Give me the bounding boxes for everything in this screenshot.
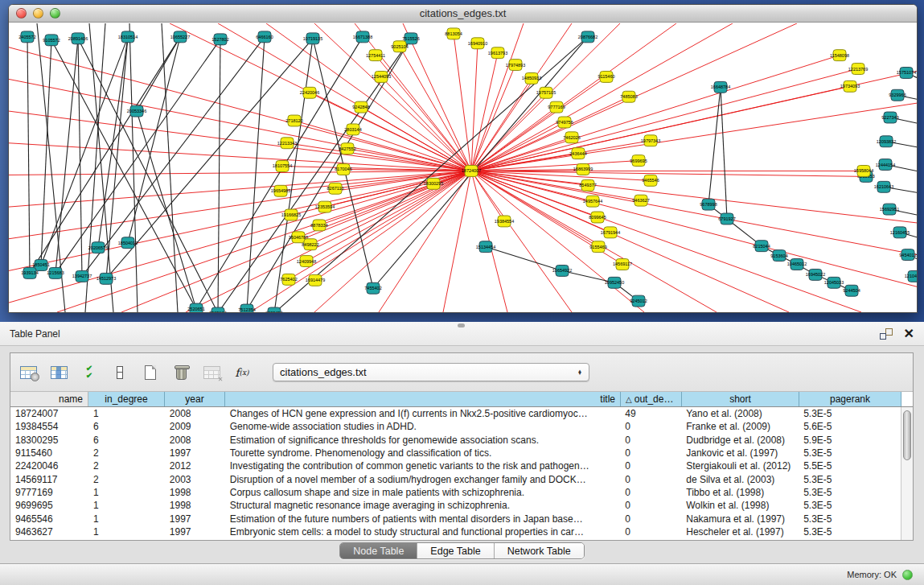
graph-edge[interactable] <box>9 111 471 171</box>
table-cell[interactable]: 2008 <box>165 407 225 420</box>
table-cell[interactable]: 5.3E-5 <box>799 512 901 525</box>
table-row[interactable]: 911546021997Tourette syndrome. Phenomeno… <box>10 447 901 459</box>
graph-node[interactable]: 8549377 <box>579 179 596 191</box>
graph-node[interactable]: 7455402 <box>364 282 381 294</box>
float-window-icon[interactable] <box>880 328 893 340</box>
graph-node[interactable]: 9155469 <box>589 241 606 253</box>
show-columns-icon[interactable] <box>49 364 68 381</box>
graph-node[interactable]: 12213343 <box>277 138 297 149</box>
graph-node[interactable]: 20891406 <box>68 33 88 44</box>
table-row[interactable]: 1872400712008Changes of HCN gene express… <box>10 407 901 420</box>
graph-node[interactable]: 15692951 <box>880 204 899 215</box>
graph-node[interactable]: 9777169 <box>548 101 565 113</box>
graph-edge[interactable] <box>9 171 471 270</box>
graph-node[interactable]: 9153604 <box>770 250 787 262</box>
graph-node[interactable]: 14957644 <box>583 196 602 207</box>
table-cell[interactable]: 6 <box>88 420 165 433</box>
graph-edge[interactable] <box>85 23 105 312</box>
table-cell[interactable]: Estimation of significance thresholds fo… <box>225 434 621 447</box>
table-cell[interactable]: Nakamura et al. (1997) <box>681 512 799 525</box>
graph-node[interactable]: 14512973 <box>97 273 116 284</box>
graph-node[interactable]: 15134454 <box>476 241 495 253</box>
table-cell[interactable]: 5.5E-5 <box>799 459 901 472</box>
table-cell[interactable]: 0 <box>620 420 681 433</box>
graph-edge[interactable] <box>274 39 313 312</box>
graph-node[interactable]: 17974893 <box>506 60 525 71</box>
new-column-icon[interactable] <box>141 364 160 381</box>
graph-edge[interactable] <box>78 39 218 312</box>
graph-node[interactable]: 16671388 <box>353 31 372 43</box>
vertical-scrollbar[interactable] <box>901 407 913 540</box>
graph-edge[interactable] <box>129 23 138 312</box>
graph-node[interactable]: 10719135 <box>303 33 322 44</box>
graph-edge[interactable] <box>471 171 644 312</box>
table-cell[interactable]: 2009 <box>165 420 225 433</box>
graph-edge[interactable] <box>400 47 471 171</box>
graph-edge[interactable] <box>471 171 789 312</box>
graph-node[interactable]: 19757105 <box>536 87 556 98</box>
column-header-short[interactable]: short <box>682 392 799 406</box>
table-cell[interactable]: Estimation of the future numbers of pati… <box>225 512 621 525</box>
table-cell[interactable]: 1998 <box>165 499 225 512</box>
graph-node[interactable]: 20876682 <box>578 31 598 43</box>
table-row[interactable]: 969969511998Structural magnetic resonanc… <box>10 499 901 512</box>
table-row[interactable]: 1456911722003Disruption of a novel membe… <box>10 472 901 485</box>
table-row[interactable]: 1830029562008Estimation of significance … <box>10 434 901 447</box>
table-cell[interactable]: 2008 <box>165 434 225 447</box>
graph-node[interactable]: 11548098 <box>830 50 849 61</box>
graph-node[interactable]: 1527802 <box>211 34 228 45</box>
table-cell[interactable]: Genome-wide association studies in ADHD. <box>225 420 621 433</box>
graph-node[interactable]: 19384554 <box>495 216 514 227</box>
graph-edge[interactable] <box>471 53 498 171</box>
graph-node[interactable]: 8099645 <box>589 212 606 223</box>
graph-edge[interactable] <box>9 171 471 238</box>
table-cell[interactable]: 2 <box>88 472 165 485</box>
table-cell[interactable]: 0 <box>620 512 681 525</box>
scrollbar-thumb[interactable] <box>903 410 911 460</box>
table-cell[interactable]: Franke et al. (2009) <box>681 420 799 433</box>
split-pane-handle[interactable] <box>458 323 465 328</box>
table-selector-dropdown[interactable]: citations_edges.txt ▲▼ <box>273 363 589 381</box>
minimize-button[interactable] <box>33 8 43 19</box>
graph-edge[interactable] <box>471 171 861 312</box>
table-cell[interactable]: de Silva et al. (2003) <box>681 472 799 485</box>
table-cell[interactable]: Structural magnetic resonance image aver… <box>225 499 621 512</box>
graph-edge[interactable] <box>471 171 866 176</box>
graph-edge[interactable] <box>721 87 727 219</box>
table-cell[interactable]: 9777169 <box>10 486 88 499</box>
graph-node[interactable]: 2436444 <box>569 148 586 159</box>
table-cell[interactable]: 0 <box>620 447 681 459</box>
graph-node[interactable]: 19613793 <box>488 47 507 59</box>
graph-node[interactable]: 16940910 <box>468 38 487 49</box>
graph-node[interactable]: 9244504 <box>843 285 860 296</box>
graph-edge[interactable] <box>55 39 78 274</box>
graph-node[interactable]: 1939134 <box>21 267 38 278</box>
graph-node[interactable]: 16914479 <box>306 274 325 286</box>
graph-edge[interactable] <box>27 37 30 274</box>
graph-node[interactable]: 8215044 <box>753 241 770 252</box>
tab-network-table[interactable]: Network Table <box>495 543 584 558</box>
table-cell[interactable]: Stergiakouli et al. (2012) <box>681 459 799 472</box>
table-cell[interactable]: 0 <box>620 434 681 447</box>
graph-node[interactable]: 16791944 <box>601 227 620 238</box>
table-cell[interactable]: Tourette syndrome. Phenomenology and cla… <box>225 447 621 459</box>
table-cell[interactable]: 0 <box>620 486 681 499</box>
graph-edge[interactable] <box>170 23 471 171</box>
graph-node[interactable]: 10952450 <box>605 277 624 288</box>
graph-node[interactable]: 16210643 <box>874 181 893 192</box>
table-cell[interactable]: 49 <box>620 407 681 420</box>
table-cell[interactable]: 5.3E-5 <box>799 447 901 459</box>
graph-node[interactable]: 9329966 <box>889 89 906 101</box>
graph-node[interactable]: 9749756 <box>556 117 573 128</box>
table-cell[interactable]: 18724007 <box>10 407 88 420</box>
graph-node[interactable]: 7512354 <box>238 304 255 312</box>
graph-edge[interactable] <box>471 171 917 286</box>
graph-node[interactable]: 6791927 <box>718 213 735 225</box>
graph-node[interactable]: 9242848 <box>352 101 369 113</box>
graph-edge[interactable] <box>9 171 471 207</box>
table-cell[interactable]: 18300295 <box>10 434 88 447</box>
table-cell[interactable]: 2003 <box>165 472 225 485</box>
table-cell[interactable]: 9115460 <box>10 447 88 459</box>
graph-edge[interactable] <box>486 247 562 271</box>
table-cell[interactable]: Changes of HCN gene expression and I(f) … <box>225 407 621 420</box>
